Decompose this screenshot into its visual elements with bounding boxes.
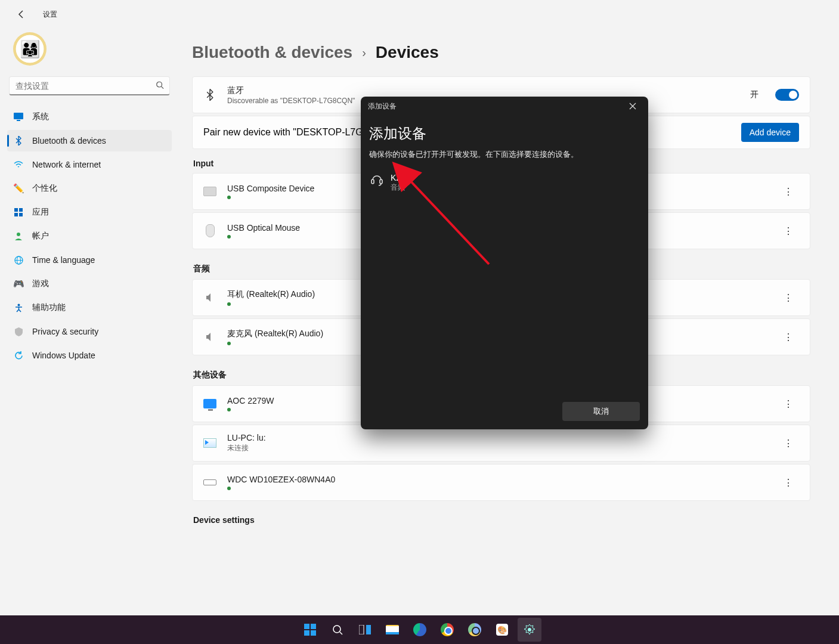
breadcrumb-parent[interactable]: Bluetooth & devices bbox=[192, 43, 352, 62]
breadcrumb: Bluetooth & devices › Devices bbox=[192, 43, 810, 62]
search-icon bbox=[156, 81, 164, 91]
more-button[interactable]: ⋮ bbox=[778, 393, 799, 414]
more-button[interactable]: ⋮ bbox=[778, 472, 799, 493]
device-status: 未连接 bbox=[227, 443, 767, 453]
sidebar-item-windows-update[interactable]: Windows Update bbox=[7, 345, 172, 366]
device-row-lu-pc[interactable]: LU-PC: lu: 未连接 ⋮ bbox=[192, 425, 810, 462]
svg-rect-18 bbox=[359, 625, 364, 634]
mouse-icon bbox=[203, 224, 216, 237]
sidebar-item-label: Time & language bbox=[32, 255, 95, 265]
svg-rect-6 bbox=[14, 213, 18, 216]
sidebar-item-label: 个性化 bbox=[32, 183, 57, 194]
speaker-icon bbox=[203, 292, 216, 303]
taskbar-search[interactable] bbox=[326, 618, 349, 642]
monitor-icon bbox=[13, 112, 24, 122]
sidebar-item-label: Network & internet bbox=[32, 160, 101, 169]
svg-rect-7 bbox=[19, 213, 23, 216]
svg-point-8 bbox=[17, 233, 20, 236]
window-title: 设置 bbox=[43, 10, 57, 20]
bluetooth-icon bbox=[203, 89, 216, 101]
more-button[interactable]: ⋮ bbox=[778, 220, 799, 242]
taskbar-task-view[interactable] bbox=[353, 618, 377, 642]
sidebar-item-personalization[interactable]: ✏️ 个性化 bbox=[7, 178, 172, 199]
device-row-hdd[interactable]: WDC WD10EZEX-08WN4A0 ⋮ bbox=[192, 464, 810, 501]
svg-point-12 bbox=[17, 304, 20, 306]
status-dot-icon bbox=[227, 487, 231, 490]
svg-rect-2 bbox=[14, 113, 23, 119]
more-button[interactable]: ⋮ bbox=[778, 432, 799, 454]
sidebar-item-accounts[interactable]: 帐户 bbox=[7, 225, 172, 247]
taskbar-chrome-canary[interactable] bbox=[463, 618, 487, 642]
shield-icon bbox=[13, 326, 24, 337]
taskbar-edge[interactable] bbox=[408, 618, 432, 642]
sidebar-item-time-language[interactable]: Time & language bbox=[7, 249, 172, 271]
device-name: LU-PC: lu: bbox=[227, 433, 767, 442]
sidebar-item-label: Bluetooth & devices bbox=[32, 136, 106, 145]
apps-icon bbox=[13, 207, 24, 218]
status-dot-icon bbox=[227, 235, 231, 239]
sidebar-item-network[interactable]: Network & internet bbox=[7, 154, 172, 175]
cancel-button[interactable]: 取消 bbox=[562, 402, 640, 421]
sidebar-item-gaming[interactable]: 🎮 游戏 bbox=[7, 273, 172, 295]
svg-point-0 bbox=[157, 82, 162, 87]
drive-icon bbox=[203, 479, 216, 485]
dialog-heading: 添加设备 bbox=[369, 124, 640, 143]
taskbar: 🎨 bbox=[0, 615, 839, 644]
svg-point-20 bbox=[528, 628, 531, 631]
sidebar-item-bluetooth[interactable]: Bluetooth & devices bbox=[7, 130, 172, 151]
taskbar-chrome[interactable] bbox=[435, 618, 459, 642]
svg-line-17 bbox=[340, 632, 342, 634]
svg-rect-14 bbox=[380, 179, 382, 184]
more-button[interactable]: ⋮ bbox=[778, 287, 799, 308]
sidebar-item-label: 系统 bbox=[32, 112, 49, 122]
bluetooth-title: 蓝牙 bbox=[227, 85, 739, 96]
svg-rect-19 bbox=[366, 625, 371, 634]
sidebar-item-label: Privacy & security bbox=[32, 327, 98, 336]
status-dot-icon bbox=[227, 196, 231, 199]
search-icon bbox=[332, 624, 343, 635]
taskbar-paint[interactable]: 🎨 bbox=[490, 618, 514, 642]
brush-icon: ✏️ bbox=[13, 183, 24, 194]
start-button[interactable] bbox=[298, 618, 322, 642]
gear-icon bbox=[524, 624, 535, 636]
chrome-icon bbox=[441, 623, 454, 636]
user-avatar[interactable]: 👨‍👩‍👧 bbox=[13, 32, 47, 66]
windows-icon bbox=[304, 624, 316, 636]
folder-icon bbox=[386, 625, 399, 634]
taskbar-explorer[interactable] bbox=[380, 618, 404, 642]
more-button[interactable]: ⋮ bbox=[778, 181, 799, 202]
person-icon bbox=[13, 231, 24, 242]
accessibility-icon bbox=[13, 302, 24, 313]
close-button[interactable] bbox=[621, 98, 645, 114]
status-dot-icon bbox=[227, 408, 231, 411]
sidebar-item-label: Windows Update bbox=[32, 351, 95, 360]
add-device-button[interactable]: Add device bbox=[741, 123, 799, 142]
more-button[interactable]: ⋮ bbox=[778, 326, 799, 348]
chrome-canary-icon bbox=[468, 623, 481, 636]
microphone-icon bbox=[203, 332, 216, 342]
discovered-device-name: K2 bbox=[391, 173, 405, 182]
sidebar-item-label: 应用 bbox=[32, 207, 49, 218]
status-dot-icon bbox=[227, 302, 231, 306]
toggle-label: 开 bbox=[750, 89, 758, 100]
svg-rect-5 bbox=[19, 208, 23, 212]
taskbar-settings[interactable] bbox=[518, 618, 541, 642]
sidebar-item-apps[interactable]: 应用 bbox=[7, 202, 172, 223]
status-dot-icon bbox=[227, 342, 231, 345]
sidebar-item-system[interactable]: 系统 bbox=[7, 106, 172, 128]
section-label-device-settings: Device settings bbox=[193, 515, 810, 525]
search-input[interactable] bbox=[9, 76, 170, 95]
sidebar-item-privacy[interactable]: Privacy & security bbox=[7, 321, 172, 342]
chevron-right-icon: › bbox=[362, 46, 366, 60]
bluetooth-toggle[interactable] bbox=[775, 89, 799, 101]
close-icon bbox=[629, 103, 636, 110]
globe-icon bbox=[13, 255, 24, 265]
sidebar-item-label: 游戏 bbox=[32, 278, 49, 289]
sidebar-item-label: 辅助功能 bbox=[32, 302, 66, 313]
keyboard-icon bbox=[203, 187, 216, 196]
sidebar-item-accessibility[interactable]: 辅助功能 bbox=[7, 297, 172, 318]
back-button[interactable] bbox=[10, 2, 33, 26]
discovered-device-k2[interactable]: K2 音频 bbox=[369, 169, 640, 196]
breadcrumb-current: Devices bbox=[376, 43, 439, 62]
svg-rect-13 bbox=[371, 179, 374, 184]
